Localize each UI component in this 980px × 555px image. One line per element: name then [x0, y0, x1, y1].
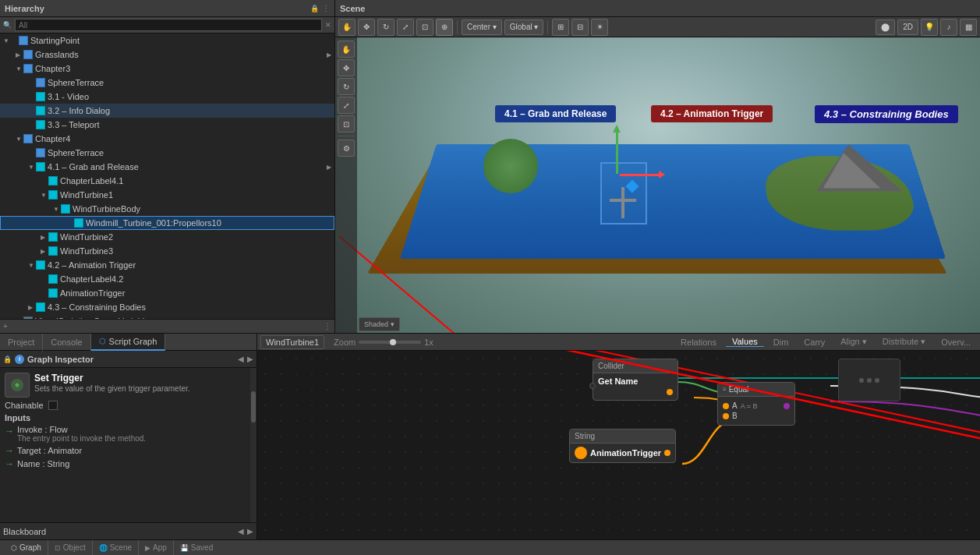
- gi-arrow-right[interactable]: ▶: [247, 355, 253, 363]
- hierarchy-add-icon[interactable]: +: [3, 322, 8, 331]
- audio-toggle[interactable]: ♪: [940, 19, 957, 36]
- app-label: App: [153, 543, 167, 552]
- sg-tab-values[interactable]: Values: [726, 337, 764, 347]
- tree-item-wind-turbine3[interactable]: ▶ WindTurbine3: [0, 244, 334, 258]
- scene-settings-btn[interactable]: ⚙: [338, 140, 355, 157]
- rect-tool-button[interactable]: ⊡: [416, 19, 433, 36]
- tree-item-starting-point[interactable]: ▼ StartingPoint: [0, 34, 334, 48]
- sg-wind-turbine-label: WindTurbine1: [260, 335, 324, 349]
- invoke-desc: The entry point to invoke the method.: [17, 434, 146, 443]
- target-label: Target : Animator: [17, 446, 82, 455]
- sg-tab-align[interactable]: Align ▾: [834, 337, 873, 347]
- node-string-anim[interactable]: String AnimationTrigger: [569, 429, 676, 463]
- sg-tab-relations[interactable]: Relations: [674, 338, 723, 347]
- bb-arrow-right[interactable]: ▶: [247, 527, 253, 536]
- tree-label: WindTurbineBody: [73, 204, 140, 214]
- tab-project[interactable]: Project: [0, 334, 43, 351]
- gizmos-toggle[interactable]: ▦: [960, 19, 977, 36]
- hierarchy-more-icon-bottom[interactable]: ⋮: [324, 322, 331, 331]
- hierarchy-search-input[interactable]: [15, 19, 322, 31]
- scene-platform: [400, 145, 946, 260]
- tree-item-wind-turbine-body[interactable]: ▼ WindTurbineBody: [0, 202, 334, 216]
- global-dropdown[interactable]: Global ▾: [504, 19, 544, 35]
- scene-circle: [483, 139, 538, 193]
- hierarchy-more-icon[interactable]: ⋮: [322, 4, 330, 12]
- tree-label: 4.2 – Animation Trigger: [48, 260, 136, 270]
- sg-tab-dim[interactable]: Dim: [767, 338, 795, 347]
- hierarchy-search-bar: 🔍 ✕: [0, 17, 334, 34]
- gi-arrow-left[interactable]: ◀: [238, 355, 244, 363]
- sg-tab-overview[interactable]: Overv...: [935, 338, 977, 347]
- hierarchy-tree: ▼ StartingPoint ▶ Grasslands ▶ ▼ Chapter: [0, 34, 334, 319]
- status-object[interactable]: ⊡ Object: [48, 540, 93, 555]
- light-toggle[interactable]: 💡: [921, 19, 938, 36]
- node-collider-subtitle: Get Name: [598, 376, 673, 386]
- scene-view-options[interactable]: ⊟: [571, 19, 589, 36]
- sg-tab-distribute[interactable]: Distribute ▾: [876, 337, 932, 347]
- tree-label: 4.3 – Constraining Bodies: [48, 302, 146, 312]
- zoom-slider[interactable]: [359, 341, 421, 344]
- scene-rect-btn[interactable]: ⊡: [338, 115, 355, 133]
- tree-item-sphere-terrace-3[interactable]: SphereTerrace: [0, 76, 334, 90]
- node-equal[interactable]: ≡ Equal A A = B B: [717, 382, 795, 426]
- tree-item-chapter-label-4-2[interactable]: ChapterLabel4.2: [0, 272, 334, 286]
- tab-script-graph-label: Script Graph: [109, 337, 157, 346]
- tree-item-chapter4[interactable]: ▼ Chapter4: [0, 132, 334, 146]
- scene-scale-btn[interactable]: ⤢: [338, 97, 355, 114]
- scene-shader-btn[interactable]: Shaded ▾: [359, 317, 400, 331]
- center-dropdown[interactable]: Center ▾: [462, 19, 502, 35]
- status-scene[interactable]: 🌐 Scene: [93, 540, 139, 555]
- gi-scrollbar[interactable]: [250, 368, 256, 522]
- scene-panel: Scene ✋ ✥ ↻ ⤢ ⊡ ⊕ Center ▾ Glob: [335, 0, 980, 333]
- string-anim-dot: [575, 447, 587, 459]
- scene-view[interactable]: 4.1 – Grab and Release 4.2 – Animation T…: [335, 37, 980, 333]
- equal-port-a: [723, 403, 729, 409]
- tree-item-video[interactable]: 3.1 - Video: [0, 90, 334, 104]
- tree-item-grab-release[interactable]: ▼ 4.1 – Grab and Release ▶: [0, 160, 334, 174]
- 2d-button[interactable]: 2D: [897, 19, 918, 35]
- tree-item-constraining[interactable]: ▶ 4.3 – Constraining Bodies: [0, 300, 334, 314]
- scene-lighting[interactable]: ☀: [591, 19, 608, 36]
- cube-icon: [36, 92, 45, 101]
- lock-icon-gi: 🔒: [3, 355, 12, 363]
- scene-hand-btn[interactable]: ✋: [338, 41, 355, 58]
- tree-item-wind-turbine1[interactable]: ▼ WindTurbine1: [0, 188, 334, 202]
- chainable-checkbox[interactable]: [48, 401, 58, 410]
- collapsed-node[interactable]: [838, 359, 900, 401]
- status-graph[interactable]: ⬡ Graph: [5, 540, 48, 555]
- hand-tool-button[interactable]: ✋: [338, 19, 356, 36]
- tree-item-windmill-propellors[interactable]: Windmill_Turbine_001:Propellors10: [0, 216, 334, 230]
- info-icon-gi[interactable]: i: [15, 355, 24, 364]
- tree-item-sphere-terrace-4[interactable]: SphereTerrace: [0, 146, 334, 160]
- tree-item-chapter-label-4-1[interactable]: ChapterLabel4.1: [0, 174, 334, 188]
- scale-tool-button[interactable]: ⤢: [397, 19, 414, 36]
- bb-arrow-left[interactable]: ◀: [238, 527, 244, 536]
- tree-item-wind-turbine2[interactable]: ▶ WindTurbine2: [0, 230, 334, 244]
- tree-item-animation-trigger[interactable]: AnimationTrigger: [0, 286, 334, 300]
- tree-item-teleport[interactable]: 3.3 – Teleport: [0, 118, 334, 132]
- node-collider-get-name[interactable]: Collider Get Name: [593, 359, 678, 401]
- tree-item-info-dialog[interactable]: 3.2 – Info Dialog: [0, 104, 334, 118]
- render-mode-button[interactable]: ⬤: [876, 19, 895, 35]
- status-app[interactable]: ▶ App: [139, 540, 174, 555]
- graph-inspector-content: Set Trigger Sets the value of the given …: [0, 368, 256, 522]
- status-saved[interactable]: 💾 Saved: [174, 540, 219, 555]
- tab-console[interactable]: Console: [43, 334, 90, 351]
- scene-rotate-btn[interactable]: ↻: [338, 78, 355, 95]
- rotate-tool-button[interactable]: ↻: [377, 19, 394, 36]
- cube-icon: [36, 106, 45, 115]
- search-clear-icon[interactable]: ✕: [325, 21, 331, 29]
- scene-move-btn[interactable]: ✥: [338, 59, 355, 76]
- tab-script-graph[interactable]: ⬡ Script Graph: [91, 334, 166, 351]
- equal-out-port: [784, 403, 790, 409]
- saved-icon: 💾: [180, 544, 189, 552]
- tree-item-grasslands[interactable]: ▶ Grasslands ▶: [0, 48, 334, 62]
- multi-tool-button[interactable]: ⊕: [436, 19, 453, 36]
- script-graph-canvas[interactable]: Collider Get Name ≡: [257, 351, 980, 539]
- tree-item-chapter3[interactable]: ▼ Chapter3: [0, 62, 334, 76]
- sg-tab-carry[interactable]: Carry: [798, 338, 831, 347]
- move-tool-button[interactable]: ✥: [358, 19, 375, 36]
- tree-item-anim-trigger[interactable]: ▼ 4.2 – Animation Trigger: [0, 258, 334, 272]
- grid-icon[interactable]: ⊞: [552, 19, 569, 36]
- saved-label: Saved: [191, 543, 213, 552]
